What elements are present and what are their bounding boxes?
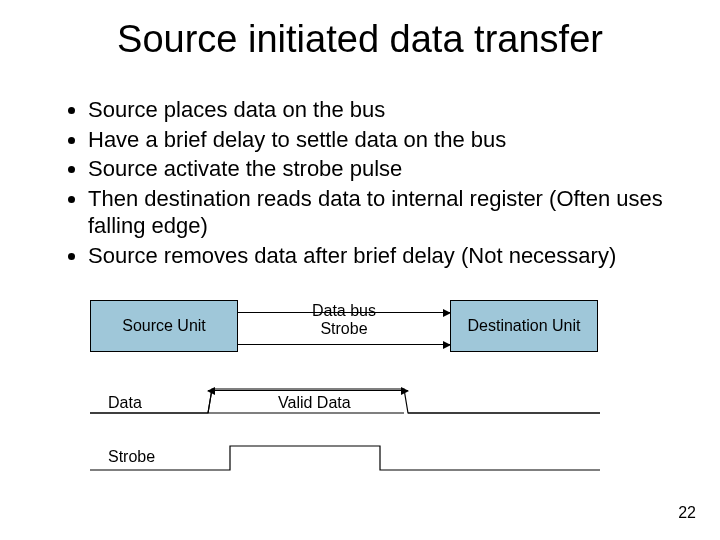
strobe-bus-label: Strobe	[238, 320, 450, 338]
bullet-item: Have a brief delay to settle data on the…	[88, 126, 670, 154]
slide: Source initiated data transfer Source pl…	[0, 0, 720, 540]
data-waveform	[90, 380, 600, 420]
bullet-list: Source places data on the bus Have a bri…	[60, 96, 670, 271]
bullet-item: Source activate the strobe pulse	[88, 155, 670, 183]
bus-labels: Data bus Strobe	[238, 302, 450, 339]
strobe-waveform	[90, 440, 600, 476]
slide-title: Source initiated data transfer	[0, 18, 720, 61]
bullet-item: Source removes data after brief delay (N…	[88, 242, 670, 270]
strobe-bus-arrow	[238, 344, 450, 345]
page-number: 22	[678, 504, 696, 522]
source-unit-box: Source Unit	[90, 300, 238, 352]
diagram: Source Unit Destination Unit Data bus St…	[90, 300, 630, 480]
destination-unit-box: Destination Unit	[450, 300, 598, 352]
data-bus-arrow	[238, 312, 450, 313]
bullet-item: Then destination reads data to internal …	[88, 185, 670, 240]
bullet-item: Source places data on the bus	[88, 96, 670, 124]
